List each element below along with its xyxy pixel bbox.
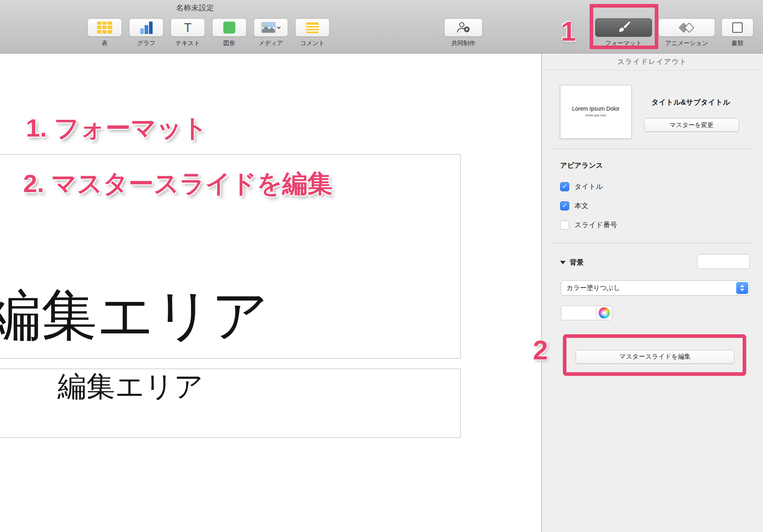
thumbnail-title-text: Lorem Ipsum Dolor (560, 105, 631, 112)
background-section-title: 背景 (570, 258, 584, 267)
window-title: 名称未設定 (135, 3, 255, 13)
document-button-label: 書類 (721, 40, 753, 47)
chart-icon (140, 21, 153, 34)
body-checkbox[interactable] (560, 201, 569, 210)
diamonds-icon (677, 21, 696, 34)
document-button[interactable]: 書類 (721, 18, 753, 47)
media-button[interactable]: メディア (254, 18, 288, 47)
fill-type-value: カラー塗りつぶし (561, 284, 620, 292)
fill-type-dropdown[interactable]: カラー塗りつぶし (561, 280, 750, 296)
comment-icon (306, 22, 319, 33)
background-color-well[interactable] (697, 254, 750, 269)
collaborate-button-label: 共同制作 (444, 40, 483, 47)
disclosure-triangle-icon[interactable] (560, 261, 566, 264)
body-checkbox-label: 本文 (574, 201, 588, 210)
slide-number-checkbox[interactable] (560, 220, 569, 230)
inspector-header: スライドレイアウト (542, 54, 763, 70)
change-master-button[interactable]: マスターを変更 (644, 118, 739, 132)
document-icon (732, 22, 743, 33)
divider (550, 149, 755, 149)
text-button-label: テキスト (171, 40, 205, 47)
slide-number-checkbox-label: スライド番号 (574, 220, 617, 230)
title-placeholder-text[interactable]: 編集エリア (0, 287, 269, 343)
master-slide-thumbnail[interactable]: Lorem Ipsum Dolor Donec quis nunc (560, 85, 632, 139)
shape-button-label: 図形 (212, 40, 246, 47)
divider (550, 243, 755, 243)
shape-icon (223, 22, 235, 34)
chart-button[interactable]: グラフ (129, 18, 163, 47)
chart-button-label: グラフ (129, 40, 163, 47)
subtitle-placeholder-text[interactable]: 編集エリア (58, 372, 203, 401)
annotation-step1-text: 1. フォーマット (26, 111, 208, 145)
table-icon (97, 22, 112, 34)
appearance-option-body: 本文 (560, 200, 588, 211)
highlight-box-format-button (590, 4, 658, 49)
format-inspector-panel: スライドレイアウト Lorem Ipsum Dolor Donec quis n… (541, 54, 763, 532)
comment-button[interactable]: コメント (295, 18, 330, 47)
toolbar-insert-group: 表 グラフ T テキスト 図形 (87, 18, 330, 47)
layout-name-label: タイトル&サブタイトル (642, 97, 740, 107)
shape-button[interactable]: 図形 (212, 18, 246, 47)
annotation-step2-text: 2. マスタースライドを編集 (23, 167, 333, 201)
appearance-option-slide-number: スライド番号 (560, 220, 617, 230)
animation-button[interactable]: アニメーション (658, 18, 715, 47)
animation-button-label: アニメーション (658, 40, 715, 47)
background-section-row: 背景 (560, 258, 584, 267)
table-button[interactable]: 表 (87, 18, 122, 47)
appearance-option-title: タイトル (560, 181, 603, 192)
keynote-window: 名称未設定 表 グラフ T テキスト 図形 (0, 0, 763, 532)
thumbnail-subtitle-text: Donec quis nunc (560, 114, 631, 117)
table-button-label: 表 (87, 40, 122, 47)
collaborate-button[interactable]: 共同制作 (444, 18, 483, 47)
title-checkbox[interactable] (560, 182, 569, 191)
slide-canvas: 編集エリア 編集エリア 1. フォーマット 2. マスタースライドを編集 (0, 54, 541, 532)
comment-button-label: コメント (295, 40, 330, 47)
text-button[interactable]: T テキスト (171, 18, 205, 47)
annotation-number-1: 1 (561, 18, 576, 45)
dropdown-stepper-icon (736, 282, 748, 294)
title-checkbox-label: タイトル (574, 182, 603, 191)
media-button-label: メディア (254, 40, 288, 47)
highlight-box-edit-master-button (563, 334, 746, 376)
add-person-icon (454, 21, 473, 34)
color-wheel-icon[interactable] (598, 307, 610, 319)
annotation-number-2: 2 (533, 336, 548, 363)
media-icon (261, 22, 280, 34)
current-color-swatch[interactable] (561, 306, 596, 320)
fill-color-control (561, 306, 612, 320)
text-icon: T (184, 22, 192, 34)
appearance-section-title: アピアランス (560, 161, 603, 170)
